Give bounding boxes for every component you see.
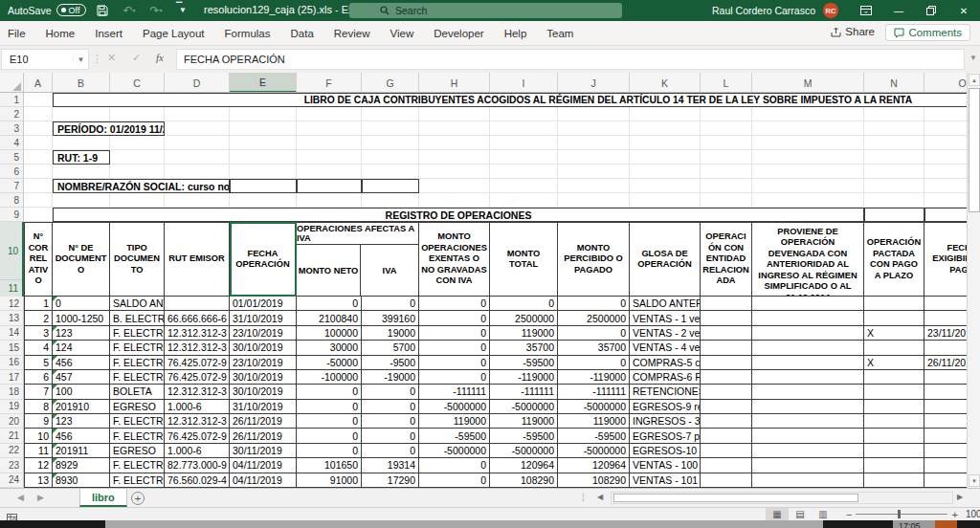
cell-H23[interactable]: 0 (419, 458, 490, 473)
cell-F23[interactable]: 101650 (297, 458, 362, 473)
cell-I24[interactable]: 108290 (490, 473, 558, 488)
cell-D18[interactable]: 12.312.312-3 (165, 385, 230, 399)
empty-cell[interactable] (864, 165, 924, 179)
insert-function-icon[interactable]: fx (156, 52, 164, 63)
ribbon-tab-developer[interactable]: Developer (434, 28, 483, 39)
empty-cell[interactable] (864, 121, 924, 136)
cell-H17[interactable]: 0 (419, 370, 490, 385)
empty-cell[interactable] (297, 165, 362, 179)
cell-B14[interactable]: 123 (53, 326, 110, 341)
ribbon-tab-formulas[interactable]: Formulas (225, 28, 271, 39)
empty-cell[interactable] (752, 193, 864, 208)
cell-D24[interactable]: 76.560.029-4 (165, 473, 230, 488)
header-monto-exentas[interactable]: MONTO OPERACIONES EXENTAS O NO GRAVADAS … (419, 222, 490, 297)
cell-F16[interactable]: -50000 (297, 356, 362, 370)
empty-cell[interactable] (490, 179, 558, 193)
empty-box-cell[interactable] (362, 179, 419, 193)
empty-cell[interactable] (490, 136, 558, 150)
cell-N17[interactable] (864, 370, 924, 385)
cell-E21[interactable]: 26/11/2019 (230, 429, 297, 443)
cell-O14[interactable]: 23/11/2019 (924, 326, 967, 341)
row-header-block[interactable]: 1011 (0, 222, 24, 297)
cell-A14[interactable]: 3 (24, 326, 53, 341)
empty-cell[interactable] (165, 193, 230, 208)
header-rut-emisor[interactable]: RUT EMISOR (165, 222, 230, 297)
empty-cell[interactable] (419, 136, 490, 150)
normal-view-icon[interactable]: ▦ (766, 508, 789, 520)
cell-B12[interactable]: 0 (53, 297, 110, 311)
cell-B20[interactable]: 123 (53, 414, 110, 429)
cell-I16[interactable]: -59500 (490, 356, 558, 370)
cell-E19[interactable]: 31/10/2019 (230, 400, 297, 414)
ribbon-tab-data[interactable]: Data (291, 28, 314, 39)
empty-cell[interactable] (864, 193, 924, 208)
cell-C18[interactable]: BOLETA (110, 385, 165, 399)
cell-G24[interactable]: 17290 (362, 473, 419, 488)
cell-L13[interactable] (701, 311, 752, 325)
rut-cell[interactable]: RUT: 1-9 (53, 150, 110, 165)
empty-cell[interactable] (24, 179, 53, 193)
cell-F13[interactable]: 2100840 (297, 311, 362, 325)
empty-cell[interactable] (230, 193, 297, 208)
cell-L19[interactable] (701, 400, 752, 414)
cell-E22[interactable]: 30/11/2019 (230, 444, 297, 458)
cell-J17[interactable]: -119000 (558, 370, 630, 385)
column-header-I[interactable]: I (490, 73, 558, 93)
cell-O19[interactable] (924, 400, 967, 414)
empty-cell[interactable] (24, 107, 53, 121)
empty-cell[interactable] (24, 121, 53, 136)
cell-O22[interactable] (924, 444, 967, 458)
empty-cell[interactable] (701, 193, 752, 208)
cell-E16[interactable]: 23/10/2019 (230, 356, 297, 370)
row-header-13[interactable]: 13 (0, 311, 24, 325)
empty-cell[interactable] (701, 121, 752, 136)
cell-I13[interactable]: 2500000 (490, 311, 558, 325)
cell-A13[interactable]: 2 (24, 311, 53, 325)
empty-cell[interactable] (490, 107, 558, 121)
cell-D17[interactable]: 76.425.072-9 (165, 370, 230, 385)
row-header-21[interactable]: 21 (0, 429, 24, 443)
cell-L14[interactable] (701, 326, 752, 341)
cell-O20[interactable] (924, 414, 967, 429)
row-header-18[interactable]: 18 (0, 385, 24, 399)
row-header-7[interactable]: 7 (0, 179, 24, 193)
empty-cell[interactable] (924, 150, 967, 165)
formula-bar-splitter[interactable]: ⋮ (92, 53, 103, 65)
cell-J13[interactable]: 2500000 (558, 311, 630, 325)
share-button[interactable]: Share (831, 26, 875, 37)
empty-cell[interactable] (558, 107, 630, 121)
row-header-5[interactable]: 5 (0, 150, 24, 165)
cell-I14[interactable]: 119000 (490, 326, 558, 341)
empty-cell[interactable] (864, 150, 924, 165)
cell-H13[interactable]: 0 (419, 311, 490, 325)
column-header-B[interactable]: B (53, 73, 110, 93)
empty-cell[interactable] (630, 165, 701, 179)
empty-cell[interactable] (230, 165, 297, 179)
row-header-3[interactable]: 3 (0, 121, 24, 136)
cell-I22[interactable]: -5000000 (490, 444, 558, 458)
cell-C16[interactable]: F. ELECTRONI (110, 356, 165, 370)
row-header-17[interactable]: 17 (0, 370, 24, 385)
cell-G18[interactable]: 0 (362, 385, 419, 399)
column-header-F[interactable]: F (297, 73, 362, 93)
cell-I21[interactable]: -59500 (490, 429, 558, 443)
cell-N24[interactable] (864, 473, 924, 488)
cell-O15[interactable] (924, 341, 967, 355)
empty-cell[interactable] (419, 179, 490, 193)
header-iva[interactable]: IVA (361, 245, 418, 296)
zoom-out-icon[interactable]: − (846, 509, 852, 520)
zoom-level[interactable]: 100% (966, 509, 980, 519)
cell-B22[interactable]: 201911 (53, 444, 110, 458)
prev-sheet-icon[interactable]: ◀ (17, 493, 24, 502)
cell-C23[interactable]: F. ELECTRONI (110, 458, 165, 473)
header-correlativo[interactable]: N° CORRELATIVO (24, 222, 53, 297)
empty-cell[interactable] (924, 193, 967, 208)
comments-button[interactable]: Comments (885, 24, 970, 41)
cell-M24[interactable] (752, 473, 864, 488)
scroll-up-icon[interactable]: ▲ (969, 74, 980, 86)
cell-B21[interactable]: 456 (53, 429, 110, 443)
cell-C21[interactable]: F. ELECTRONI (110, 429, 165, 443)
cell-M18[interactable] (752, 385, 864, 399)
empty-box-cell[interactable] (924, 208, 967, 222)
cell-F19[interactable]: 0 (297, 400, 362, 414)
